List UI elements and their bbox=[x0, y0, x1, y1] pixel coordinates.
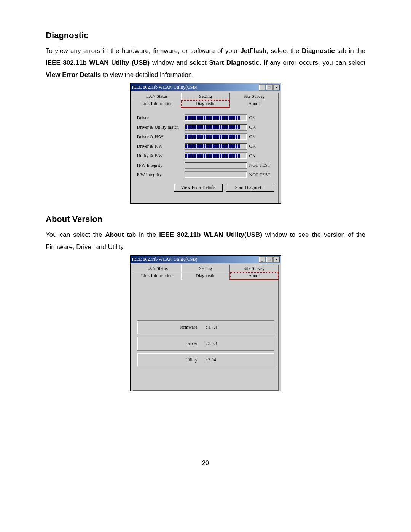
tab-site-survey[interactable]: Site Survey bbox=[230, 265, 279, 272]
tab-diagnostic[interactable]: Diagnostic bbox=[181, 100, 230, 108]
tab-about[interactable]: About bbox=[230, 272, 279, 280]
diag-label: Driver bbox=[137, 115, 185, 121]
window-title: IEEE 802.11b WLAN Utility(USB) bbox=[132, 85, 258, 90]
progress-bar-empty bbox=[185, 162, 247, 169]
page-number: 20 bbox=[46, 460, 365, 466]
text: tab in the bbox=[124, 231, 159, 238]
close-button[interactable]: × bbox=[273, 256, 280, 263]
tab-about[interactable]: About bbox=[230, 100, 279, 108]
text-bold: Diagnostic bbox=[302, 47, 335, 54]
diag-status: OK bbox=[249, 144, 272, 149]
tab-setting[interactable]: Setting bbox=[181, 265, 230, 272]
paragraph-diagnostic: To view any errors in the hardware, firm… bbox=[46, 45, 365, 81]
text: window and select bbox=[150, 59, 209, 66]
diag-label: H/W Integrity bbox=[137, 163, 185, 168]
window-title: IEEE 802.11b WLAN Utility(USB) bbox=[132, 257, 258, 262]
diag-row-driver: Driver OK bbox=[137, 114, 274, 121]
version-row-driver: Driver : 3.0.4 bbox=[137, 337, 274, 351]
version-label: Firmware bbox=[140, 324, 206, 330]
diag-status: OK bbox=[249, 153, 272, 159]
version-value: : 1.7.4 bbox=[206, 324, 217, 330]
version-row-firmware: Firmware : 1.7.4 bbox=[137, 320, 274, 334]
diag-row-match: Driver & Utility match OK bbox=[137, 124, 274, 131]
progress-bar-empty bbox=[185, 171, 247, 178]
close-button[interactable]: × bbox=[273, 84, 280, 91]
diag-label: Driver & F/W bbox=[137, 144, 185, 149]
heading-diagnostic: Diagnostic bbox=[46, 30, 365, 40]
text-bold: View Error Details bbox=[46, 71, 101, 78]
tab-site-survey[interactable]: Site Survey bbox=[230, 93, 279, 100]
version-value: : 3.0.4 bbox=[206, 341, 217, 347]
minimize-button[interactable]: _ bbox=[259, 84, 266, 91]
text-bold: Start Diagnostic bbox=[209, 59, 259, 66]
maximize-button: □ bbox=[266, 256, 273, 263]
text-bold: About bbox=[105, 231, 124, 238]
maximize-button: □ bbox=[266, 84, 273, 91]
tab-link-information[interactable]: Link Information bbox=[133, 272, 182, 280]
progress-bar bbox=[185, 143, 247, 150]
text: . If any error occurs, you can select bbox=[260, 59, 365, 66]
paragraph-about-version: You can select the About tab in the IEEE… bbox=[46, 229, 365, 253]
diag-row-ufw: Utility & F/W OK bbox=[137, 152, 274, 159]
diag-label: Driver & H/W bbox=[137, 134, 185, 140]
view-error-details-button[interactable]: View Error Details bbox=[174, 184, 223, 192]
text: , select the bbox=[266, 47, 301, 54]
tab-setting[interactable]: Setting bbox=[181, 93, 230, 100]
diag-row-fw: Driver & F/W OK bbox=[137, 143, 274, 150]
text: To view any errors in the hardware, firm… bbox=[46, 47, 240, 54]
diag-label: Driver & Utility match bbox=[137, 125, 185, 130]
diag-row-hwi: H/W Integrity NOT TEST bbox=[137, 162, 274, 169]
version-row-utility: Utility : 3.04 bbox=[137, 353, 274, 367]
minimize-button[interactable]: _ bbox=[259, 256, 266, 263]
progress-bar bbox=[185, 133, 247, 140]
progress-bar bbox=[185, 124, 247, 131]
tab-link-information[interactable]: Link Information bbox=[133, 100, 182, 108]
wlan-utility-window-diagnostic: IEEE 802.11b WLAN Utility(USB) _ □ × LAN… bbox=[130, 83, 281, 204]
diag-row-hw: Driver & H/W OK bbox=[137, 133, 274, 140]
tab-lan-status[interactable]: LAN Status bbox=[133, 93, 182, 100]
diagnostic-panel: Driver OK Driver & Utility match OK Driv… bbox=[133, 108, 279, 203]
progress-bar bbox=[185, 152, 247, 159]
version-label: Utility bbox=[140, 357, 206, 363]
diag-status: NOT TEST bbox=[249, 172, 274, 178]
text: tab in the bbox=[335, 47, 365, 54]
diag-label: Utility & F/W bbox=[137, 153, 185, 159]
start-diagnostic-button[interactable]: Start Diagnostic bbox=[226, 184, 274, 192]
text: to view the detailed information. bbox=[101, 71, 194, 78]
version-value: : 3.04 bbox=[206, 357, 216, 363]
wlan-utility-window-about: IEEE 802.11b WLAN Utility(USB) _ □ × LAN… bbox=[130, 255, 281, 391]
tab-lan-status[interactable]: LAN Status bbox=[133, 265, 182, 272]
progress-bar bbox=[185, 114, 247, 121]
text-bold: JetFlash bbox=[240, 47, 266, 54]
diag-status: OK bbox=[249, 115, 272, 121]
diag-label: F/W Integrity bbox=[137, 172, 185, 178]
diag-status: NOT TEST bbox=[249, 163, 274, 168]
titlebar[interactable]: IEEE 802.11b WLAN Utility(USB) _ □ × bbox=[131, 256, 281, 263]
titlebar[interactable]: IEEE 802.11b WLAN Utility(USB) _ □ × bbox=[131, 83, 281, 91]
about-panel: Firmware : 1.7.4 Driver : 3.0.4 Utility … bbox=[133, 280, 279, 391]
text-bold: IEEE 802.11b WLAN Utility (USB) bbox=[46, 59, 150, 66]
text: You can select the bbox=[46, 231, 105, 238]
diag-status: OK bbox=[249, 125, 272, 130]
tab-diagnostic[interactable]: Diagnostic bbox=[181, 272, 230, 280]
heading-about-version: About Version bbox=[46, 214, 365, 224]
diag-row-fwi: F/W Integrity NOT TEST bbox=[137, 171, 274, 178]
diag-status: OK bbox=[249, 134, 272, 140]
text-bold: IEEE 802.11b WLAN Utility(USB) bbox=[159, 231, 262, 238]
version-label: Driver bbox=[140, 341, 206, 347]
